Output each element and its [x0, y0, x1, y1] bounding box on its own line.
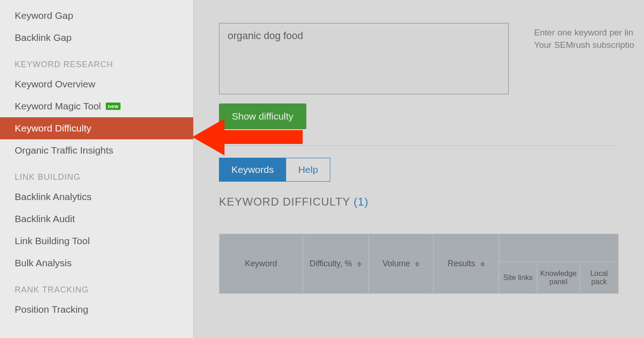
- sidebar-item-label: Position Tracking: [15, 304, 88, 315]
- col-header-serp-features-group: [499, 234, 618, 262]
- col-header-results[interactable]: Results: [434, 234, 499, 294]
- sidebar-item-keyword-overview[interactable]: Keyword Overview: [0, 73, 193, 95]
- sidebar-item-keyword-difficulty[interactable]: Keyword Difficulty: [0, 117, 193, 139]
- col-header-keyword[interactable]: Keyword: [219, 234, 303, 294]
- section-divider: [219, 145, 619, 146]
- sidebar-item-bulk-analysis[interactable]: Bulk Analysis: [0, 252, 193, 274]
- col-header-volume[interactable]: Volume: [368, 234, 434, 294]
- section-title: KEYWORD DIFFICULTY (1): [219, 195, 619, 208]
- sidebar-item-backlink-gap[interactable]: Backlink Gap: [0, 27, 193, 49]
- sidebar-section-keyword-research: KEYWORD RESEARCH: [0, 49, 193, 73]
- sort-icon: [357, 262, 362, 267]
- sidebar-item-label: Organic Traffic Insights: [15, 145, 113, 156]
- hint-line-2: Your SEMrush subscriptio: [534, 40, 634, 50]
- sidebar-item-backlink-analytics[interactable]: Backlink Analytics: [0, 186, 193, 208]
- sidebar-item-label: Keyword Overview: [15, 79, 95, 90]
- sidebar-item-keyword-gap[interactable]: Keyword Gap: [0, 5, 193, 27]
- sidebar-item-label: Keyword Magic Tool: [15, 101, 101, 112]
- col-header-knowledge-panel[interactable]: Knowledge panel: [537, 262, 580, 294]
- tab-keywords[interactable]: Keywords: [219, 158, 286, 182]
- tab-help[interactable]: Help: [286, 158, 330, 182]
- sidebar-item-backlink-audit[interactable]: Backlink Audit: [0, 208, 193, 230]
- results-table-wrap: Keyword Difficulty, % Volume Results: [219, 234, 619, 294]
- sidebar-item-label: Link Building Tool: [15, 235, 90, 246]
- sidebar-item-label: Backlink Audit: [15, 213, 75, 224]
- sidebar-item-label: Bulk Analysis: [15, 258, 72, 269]
- section-title-text: KEYWORD DIFFICULTY: [219, 195, 354, 208]
- new-badge: new: [106, 103, 121, 110]
- sidebar-item-organic-traffic-insights[interactable]: Organic Traffic Insights: [0, 139, 193, 161]
- section-title-count: (1): [354, 195, 368, 208]
- hint-line-1: Enter one keyword per lin: [534, 28, 633, 37]
- input-hint: Enter one keyword per lin Your SEMrush s…: [534, 27, 634, 51]
- show-difficulty-button[interactable]: Show difficulty: [219, 103, 306, 129]
- sidebar-nav: Keyword Gap Backlink Gap KEYWORD RESEARC…: [0, 0, 193, 338]
- sort-icon: [480, 262, 485, 267]
- sidebar-item-label: Keyword Gap: [15, 10, 73, 21]
- sidebar-item-keyword-magic-tool[interactable]: Keyword Magic Tool new: [0, 95, 193, 117]
- sidebar-item-position-tracking[interactable]: Position Tracking: [0, 298, 193, 321]
- results-table: Keyword Difficulty, % Volume Results: [219, 234, 619, 294]
- sidebar-section-link-building: LINK BUILDING: [0, 161, 193, 186]
- sidebar-item-label: Keyword Difficulty: [15, 123, 92, 134]
- col-header-site-links[interactable]: Site links: [499, 262, 537, 294]
- sidebar-item-link-building-tool[interactable]: Link Building Tool: [0, 230, 193, 252]
- tab-row: Keywords Help: [219, 158, 619, 182]
- col-header-local-pack[interactable]: Local pack: [580, 262, 619, 294]
- sidebar-item-label: Backlink Analytics: [15, 191, 92, 202]
- sidebar-item-label: Backlink Gap: [15, 32, 72, 43]
- sort-icon: [415, 262, 420, 267]
- main-content-area: Enter one keyword per lin Your SEMrush s…: [193, 0, 644, 338]
- col-header-difficulty[interactable]: Difficulty, %: [303, 234, 368, 294]
- sidebar-section-rank-tracking: RANK TRACKING: [0, 274, 193, 298]
- keyword-input[interactable]: [219, 23, 509, 94]
